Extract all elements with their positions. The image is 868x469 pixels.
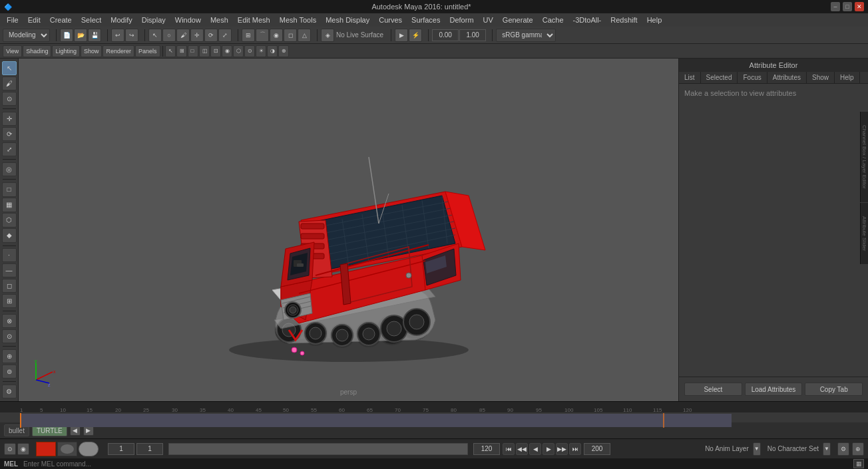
move-tool-button[interactable]: ✛ bbox=[190, 29, 204, 42]
paint-tool[interactable]: 🖌 bbox=[2, 77, 17, 90]
value1-input[interactable] bbox=[432, 29, 459, 41]
anim-extra-btn-1[interactable]: ⚙ bbox=[837, 442, 849, 456]
menu-help[interactable]: Help bbox=[643, 15, 666, 25]
render-thumb-1[interactable] bbox=[36, 442, 56, 456]
menu-edit[interactable]: Edit bbox=[24, 15, 45, 25]
settings-btn[interactable]: ⚙ bbox=[2, 385, 17, 398]
mel-input[interactable] bbox=[23, 459, 848, 468]
misc-tool-1[interactable]: ⊕ bbox=[2, 349, 17, 363]
attr-tab-selected[interactable]: Selected bbox=[701, 72, 738, 83]
vt-wireframe[interactable]: ⬡ bbox=[233, 45, 244, 57]
menu-uv[interactable]: UV bbox=[479, 15, 497, 25]
vt-icon-4[interactable]: ◫ bbox=[199, 45, 210, 57]
misc-tool-2[interactable]: ⊚ bbox=[2, 365, 17, 379]
vt-smooth[interactable]: ⊙ bbox=[244, 45, 255, 57]
menu-mesh[interactable]: Mesh bbox=[206, 15, 232, 25]
close-button[interactable]: ✕ bbox=[855, 2, 864, 11]
mirror-tool[interactable]: ⊙ bbox=[2, 329, 17, 343]
snap-surface-button[interactable]: △ bbox=[298, 29, 311, 42]
vt-shading[interactable]: Shading bbox=[23, 45, 51, 57]
menu-deform[interactable]: Deform bbox=[445, 15, 477, 25]
redo-button[interactable]: ↪ bbox=[125, 29, 138, 42]
vt-lighting[interactable]: Lighting bbox=[52, 45, 80, 57]
attr-select-button[interactable]: Select bbox=[684, 383, 742, 396]
menu-edit-mesh[interactable]: Edit Mesh bbox=[234, 15, 274, 25]
scale-tool[interactable]: ⤢ bbox=[2, 142, 17, 156]
value2-input[interactable] bbox=[459, 29, 486, 41]
layer-icon-1[interactable]: ⊙ bbox=[4, 443, 16, 455]
attr-tab-focus[interactable]: Focus bbox=[738, 72, 767, 83]
vt-panels[interactable]: Panels bbox=[135, 45, 160, 57]
attr-tab-attributes[interactable]: Attributes bbox=[767, 72, 807, 83]
menu-3dtoall[interactable]: -3DtoAll- bbox=[569, 15, 606, 25]
component-vertex[interactable]: · bbox=[2, 248, 17, 262]
display-mode-3[interactable]: ⬡ bbox=[2, 213, 17, 228]
move-tool[interactable]: ✛ bbox=[2, 112, 17, 126]
attr-tab-list[interactable]: List bbox=[679, 72, 701, 83]
save-file-button[interactable]: 💾 bbox=[88, 29, 101, 42]
menu-create[interactable]: Create bbox=[46, 15, 76, 25]
menu-file[interactable]: File bbox=[3, 15, 23, 25]
menu-redshift[interactable]: Redshift bbox=[606, 15, 641, 25]
anim-extra-btn-2[interactable]: ⊕ bbox=[852, 442, 864, 456]
snap-curve-button[interactable]: ⌒ bbox=[256, 29, 269, 42]
vt-icon-2[interactable]: ⊞ bbox=[176, 45, 187, 57]
attr-load-button[interactable]: Load Attributes bbox=[745, 383, 803, 396]
vt-renderer[interactable]: Renderer bbox=[103, 45, 134, 57]
vt-icon-5[interactable]: ⊡ bbox=[210, 45, 221, 57]
next-frame-button[interactable]: ▶▶ bbox=[556, 443, 568, 455]
vt-shadow[interactable]: ◑ bbox=[267, 45, 278, 57]
vt-icon-3[interactable]: □ bbox=[188, 45, 198, 57]
attribute-slider-label[interactable]: Attribute Slider bbox=[860, 203, 868, 264]
lasso-tool-button[interactable]: ○ bbox=[162, 29, 176, 42]
vt-icon-1[interactable]: ↖ bbox=[165, 45, 176, 57]
menu-modify[interactable]: Modify bbox=[107, 15, 136, 25]
live-surface-button[interactable]: ◈ bbox=[321, 29, 334, 42]
menu-cache[interactable]: Cache bbox=[539, 15, 568, 25]
paint-tool-button[interactable]: 🖌 bbox=[176, 29, 190, 42]
scale-tool-button[interactable]: ⤢ bbox=[218, 29, 232, 42]
ipr-button[interactable]: ⚡ bbox=[409, 29, 422, 42]
vt-grid-toggle[interactable]: ⊕ bbox=[278, 45, 289, 57]
maximize-button[interactable]: □ bbox=[843, 2, 852, 11]
colorspace-dropdown[interactable]: sRGB gamma bbox=[496, 29, 556, 42]
sculpt-tool[interactable]: ⊙ bbox=[2, 92, 17, 106]
new-file-button[interactable]: 📄 bbox=[60, 29, 73, 42]
rotate-tool-button[interactable]: ⟳ bbox=[204, 29, 218, 42]
menu-window[interactable]: Window bbox=[171, 15, 205, 25]
attr-tab-show[interactable]: Show bbox=[807, 72, 835, 83]
vt-light[interactable]: ☀ bbox=[256, 45, 266, 57]
snap-grid-button[interactable]: ⊞ bbox=[242, 29, 255, 42]
render-button[interactable]: ▶ bbox=[395, 29, 408, 42]
vt-view[interactable]: View bbox=[3, 45, 22, 57]
prev-frame-button[interactable]: ◀ bbox=[529, 443, 541, 455]
display-mode-4[interactable]: ◆ bbox=[2, 228, 17, 243]
undo-button[interactable]: ↩ bbox=[111, 29, 124, 42]
end-frame-input[interactable] bbox=[473, 443, 500, 455]
current-frame-input[interactable] bbox=[136, 443, 163, 455]
menu-mesh-tools[interactable]: Mesh Tools bbox=[276, 15, 320, 25]
anim-layer-toggle[interactable]: ▼ bbox=[753, 442, 761, 456]
render-thumb-3[interactable] bbox=[79, 442, 99, 456]
attr-copy-button[interactable]: Copy Tab bbox=[805, 383, 863, 396]
vt-camera-toggle[interactable]: ◉ bbox=[222, 45, 232, 57]
render-thumb-2[interactable] bbox=[57, 442, 77, 456]
component-face[interactable]: ◻ bbox=[2, 279, 17, 293]
channel-box-label[interactable]: Channel Box / Layer Editor bbox=[860, 112, 868, 202]
step-back-button[interactable]: ◀◀ bbox=[516, 443, 528, 455]
snap-view-button[interactable]: ◻ bbox=[284, 29, 297, 42]
anim-bar[interactable] bbox=[168, 443, 468, 455]
select-tool-button[interactable]: ↖ bbox=[148, 29, 162, 42]
workspace-dropdown[interactable]: Modeling bbox=[3, 29, 50, 42]
minimize-button[interactable]: – bbox=[831, 2, 840, 11]
attr-tab-help[interactable]: Help bbox=[835, 72, 860, 83]
char-set-toggle[interactable]: ▼ bbox=[823, 442, 831, 456]
display-mode-1[interactable]: □ bbox=[2, 182, 17, 197]
menu-select[interactable]: Select bbox=[77, 15, 106, 25]
play-button[interactable]: ▶ bbox=[542, 443, 554, 455]
timeline-track[interactable] bbox=[0, 412, 868, 422]
menu-generate[interactable]: Generate bbox=[499, 15, 537, 25]
display-mode-2[interactable]: ▦ bbox=[2, 198, 17, 212]
script-editor-button[interactable]: ▦ bbox=[853, 459, 864, 468]
layer-icon-2[interactable]: ◉ bbox=[17, 443, 29, 455]
